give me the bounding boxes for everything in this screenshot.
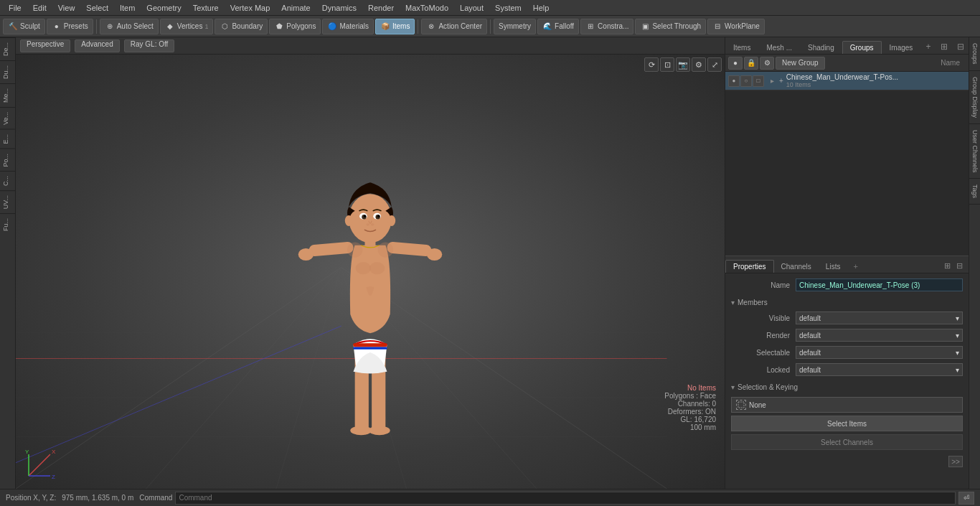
materials-icon: 🔵	[327, 22, 337, 32]
svg-text:X: X	[52, 449, 56, 455]
polygons-button[interactable]: ⬟ Polygons	[269, 19, 321, 34]
name-value[interactable]: Chinese_Man_Underwear_T-Pose (3)	[796, 278, 963, 291]
group-row-1[interactable]: ● ○ □ ▸ + Chinese_Man_Underwear_T-Pos...…	[725, 72, 969, 90]
menu-file[interactable]: File	[3, 2, 27, 14]
visible-dropdown[interactable]: default ▾	[796, 311, 963, 324]
visible-row: Visible default ▾	[725, 309, 969, 327]
menu-geometry[interactable]: Geometry	[141, 2, 187, 14]
workplane-button[interactable]: ⊟ WorkPlane	[707, 19, 765, 34]
vp-expand-btn[interactable]: ⤢	[707, 57, 722, 72]
left-tab-2[interactable]: Me...	[0, 83, 15, 107]
vp-settings-btn[interactable]: ⚙	[692, 57, 706, 72]
menu-dynamics[interactable]: Dynamics	[316, 2, 362, 14]
left-tab-3[interactable]: Ve...	[0, 107, 15, 129]
select-items-button[interactable]: Select Items	[731, 416, 963, 431]
sculpt-button[interactable]: 🔨 Sculpt	[3, 19, 45, 34]
locked-dropdown[interactable]: default ▾	[796, 363, 963, 376]
action-center-button[interactable]: ⊗ Action Center	[421, 19, 487, 34]
tab-add-btn[interactable]: +	[922, 39, 936, 54]
side-tab-groups[interactable]: Groups	[969, 37, 980, 71]
menu-help[interactable]: Help	[527, 2, 555, 14]
menu-select[interactable]: Select	[80, 2, 114, 14]
group-lock-btn[interactable]: □	[753, 75, 764, 87]
menu-edit[interactable]: Edit	[27, 2, 52, 14]
select-through-button[interactable]: ▣ Select Through	[635, 19, 706, 34]
menu-item[interactable]: Item	[114, 2, 141, 14]
side-tab-group-display[interactable]: Group Display	[969, 71, 980, 124]
none-button[interactable]: None	[731, 397, 963, 413]
group-visible-btn[interactable]: ●	[728, 75, 740, 87]
groups-lock-btn[interactable]: 🔒	[744, 57, 758, 70]
selectable-dropdown[interactable]: default ▾	[796, 346, 963, 359]
props-expand-right-btn[interactable]: >>	[948, 456, 963, 467]
menu-maxtomodo[interactable]: MaxToModo	[400, 2, 454, 14]
tab-expand-btn[interactable]: ⊞	[936, 39, 952, 54]
left-tab-4[interactable]: E...	[0, 129, 15, 149]
new-group-button[interactable]: New Group	[776, 57, 825, 70]
vp-fit-btn[interactable]: ⊡	[660, 57, 674, 72]
menu-animate[interactable]: Animate	[275, 2, 316, 14]
group-expand-btn[interactable]: ▸	[767, 76, 777, 86]
advanced-btn[interactable]: Advanced	[75, 39, 119, 52]
vp-camera-btn[interactable]: 📷	[676, 57, 690, 72]
svg-point-35	[347, 242, 362, 257]
left-tab-7[interactable]: UV...	[0, 190, 15, 213]
left-sidebar: De... Du... Me... Ve... E... Po... C... …	[0, 37, 16, 489]
command-input[interactable]	[175, 492, 956, 505]
tab-groups[interactable]: Groups	[842, 41, 882, 54]
group-icon: +	[779, 77, 783, 85]
tab-shading[interactable]: Shading	[800, 41, 842, 54]
sel-keying-section[interactable]: ▾ Selection & Keying	[725, 380, 969, 394]
symmetry-button[interactable]: Symmetry	[494, 19, 536, 34]
no-items-text: No Items	[664, 384, 716, 392]
items-button[interactable]: 📦 Items	[375, 19, 415, 34]
prop-tab-channels[interactable]: Channels	[774, 261, 819, 273]
left-tab-0[interactable]: De...	[0, 37, 15, 60]
tab-collapse-btn[interactable]: ⊟	[953, 39, 969, 54]
falloff-button[interactable]: 🌊 Falloff	[537, 19, 579, 34]
prop-tab-lists[interactable]: Lists	[819, 261, 848, 273]
tab-items[interactable]: Items	[725, 41, 758, 54]
menu-texture[interactable]: Texture	[187, 2, 225, 14]
vertices-button[interactable]: ◆ Vertices 1	[160, 19, 214, 34]
tab-mesh[interactable]: Mesh ...	[758, 41, 800, 54]
materials-button[interactable]: 🔵 Materials	[322, 19, 374, 34]
prop-tab-properties[interactable]: Properties	[725, 260, 774, 273]
members-section[interactable]: ▾ Members	[725, 295, 969, 309]
menu-render[interactable]: Render	[362, 2, 400, 14]
auto-select-button[interactable]: ⊕ Auto Select	[100, 19, 159, 34]
status-bar: Position X, Y, Z: 975 mm, 1.635 m, 0 m C…	[0, 489, 980, 506]
boundary-button[interactable]: ⬡ Boundary	[215, 19, 268, 34]
select-channels-button[interactable]: Select Channels	[731, 434, 963, 450]
groups-eye-btn[interactable]: ●	[728, 57, 743, 70]
left-tab-6[interactable]: C...	[0, 171, 15, 190]
prop-tab-add[interactable]: +	[847, 260, 863, 273]
perspective-btn[interactable]: Perspective	[20, 39, 70, 52]
render-dropdown[interactable]: default ▾	[796, 329, 963, 342]
axis-indicator: X Y Z	[22, 447, 57, 483]
menu-view[interactable]: View	[52, 2, 81, 14]
constraints-button[interactable]: ⊞ Constra...	[580, 19, 633, 34]
tab-images[interactable]: Images	[882, 41, 921, 54]
left-tab-8[interactable]: Fu...	[0, 213, 15, 235]
menu-layout[interactable]: Layout	[454, 2, 489, 14]
svg-point-25	[364, 215, 366, 217]
viewport[interactable]: No Items Polygons : Face Channels: 0 Def…	[16, 55, 725, 489]
name-row: Name Chinese_Man_Underwear_T-Pose (3)	[725, 276, 969, 294]
prop-expand-btn[interactable]: ⊞	[941, 259, 953, 273]
side-tab-tags[interactable]: Tags	[969, 179, 980, 205]
left-tab-5[interactable]: Po...	[0, 149, 15, 172]
group-subtext: 10 Items	[786, 81, 966, 88]
left-tab-1[interactable]: Du...	[0, 60, 15, 83]
vp-rotate-btn[interactable]: ⟳	[644, 57, 659, 72]
prop-collapse-btn[interactable]: ⊟	[953, 259, 966, 273]
group-render-btn[interactable]: ○	[740, 75, 752, 87]
menu-vertex-map[interactable]: Vertex Map	[225, 2, 276, 14]
ray-gl-btn[interactable]: Ray GL: Off	[124, 39, 175, 52]
groups-settings-btn[interactable]: ⚙	[760, 57, 774, 70]
command-submit-btn[interactable]: ⏎	[958, 492, 974, 505]
none-icon	[736, 400, 746, 410]
side-tab-user-channels[interactable]: User Channels	[969, 124, 980, 179]
menu-system[interactable]: System	[489, 2, 527, 14]
presets-button[interactable]: ● Presets	[47, 19, 93, 34]
